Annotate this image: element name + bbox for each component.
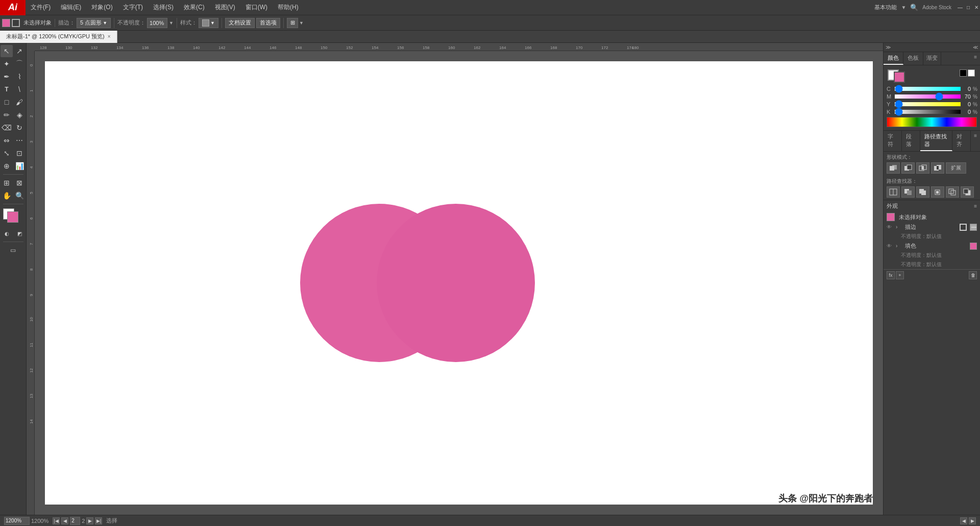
stroke-weight-input[interactable]: 5 点圆形 ▼ [77,18,111,28]
shaper-tool[interactable]: ◈ [13,109,26,121]
slice-tool[interactable]: ⊠ [13,177,26,189]
swatches-tab[interactable]: 色板 [903,52,923,65]
document-tab[interactable]: 未标题-1* @ 1200% (CMYK/GPU 预览) × [0,31,117,43]
selection-tool[interactable]: ↖ [1,45,13,57]
pen-tool[interactable]: ✒ [1,70,13,83]
k-slider[interactable] [895,110,961,114]
trim-btn[interactable] [901,186,915,198]
menu-file[interactable]: 文件(F) [26,0,56,15]
gradient-mode-btn[interactable]: ◩ [13,227,26,240]
merge-btn[interactable] [916,186,929,198]
line-tool[interactable]: \ [13,83,26,95]
chevron-stroke-icon[interactable]: › [896,224,903,230]
para-tab[interactable]: 段落 [902,131,920,151]
char-tab[interactable]: 字符 [884,131,902,151]
y-slider[interactable] [895,102,961,106]
opacity-input[interactable] [147,18,167,28]
eye-fill-icon[interactable]: 👁 [887,243,894,249]
arrange-button[interactable]: ⊞ [287,18,298,28]
chevron-fill-icon[interactable]: › [896,243,903,249]
c-slider[interactable] [895,87,961,91]
stroke-appearance-swatch[interactable] [960,224,967,231]
menu-text[interactable]: 文字(T) [118,0,148,15]
direct-selection-tool[interactable]: ↗ [13,45,26,57]
tab-close-button[interactable]: × [108,34,111,39]
fg-swatch[interactable] [894,71,905,83]
warp-tool[interactable]: ⋯ [13,134,26,147]
stroke-icon[interactable] [970,224,977,231]
menu-effect[interactable]: 效果(C) [179,0,210,15]
zoom-tool[interactable]: 🔍 [13,189,26,202]
free-transform-tool[interactable]: ⊡ [13,147,26,159]
style-dropdown[interactable]: ▼ [199,18,218,28]
opacity-dropdown-icon[interactable]: ▼ [169,20,174,26]
align-tab[interactable]: 对齐 [952,131,971,151]
divide-btn[interactable] [887,186,900,198]
menu-window[interactable]: 窗口(W) [240,0,273,15]
m-slider[interactable] [895,94,961,99]
minimize-button[interactable]: — [957,4,964,11]
maximize-button[interactable]: □ [965,4,972,11]
mirror-tool[interactable]: ⇔ [1,134,13,147]
pencil-tool[interactable]: ✏ [1,109,13,121]
minus-front-btn[interactable] [901,162,915,174]
first-page-btn[interactable]: |◀ [53,517,60,524]
lasso-tool[interactable]: ⌒ [13,58,26,70]
doc-setup-button[interactable]: 文档设置 [225,18,255,28]
workspace-dropdown-icon[interactable]: ▼ [901,5,906,10]
prev-page-btn[interactable]: ◀ [61,517,68,524]
black-swatch[interactable] [960,69,967,77]
exclude-btn[interactable] [931,162,944,174]
column-graph-tool[interactable]: 📊 [13,160,26,172]
arrange-dropdown-icon[interactable]: ▼ [299,20,304,26]
fill-appearance-swatch[interactable] [970,243,977,250]
color-spectrum[interactable] [887,117,977,127]
clear-appearance-btn[interactable]: 🗑 [969,271,977,279]
menu-edit[interactable]: 编辑(E) [56,0,86,15]
collapse-panels-icon[interactable]: ≪ [973,44,978,50]
page-input[interactable] [70,517,80,525]
menu-view[interactable]: 视图(V) [210,0,240,15]
paintbrush-tool[interactable]: 🖌 [13,96,26,108]
type-tool[interactable]: T [1,83,13,95]
preferences-button[interactable]: 首选项 [256,18,280,28]
next-page-btn[interactable]: ▶ [86,517,93,524]
status-right-arrow[interactable]: ▶ [969,517,976,524]
menu-help[interactable]: 帮助(H) [273,0,304,15]
color-tab[interactable]: 颜色 [884,52,903,65]
pathfinder-tab[interactable]: 路径查找器 [920,131,953,151]
pathfinder-menu[interactable]: ≡ [971,131,980,151]
style-dropdown-icon[interactable]: ▼ [210,20,215,26]
eraser-tool[interactable]: ⌫ [1,122,13,134]
menu-select[interactable]: 选择(S) [148,0,179,15]
hand-tool[interactable]: ✋ [1,189,13,202]
rect-tool[interactable]: □ [1,96,13,108]
artboard-tool[interactable]: ⊞ [1,177,13,189]
add-new-effect-btn[interactable]: fx [887,271,895,279]
crop-btn[interactable] [931,186,944,198]
close-button[interactable]: ✕ [973,4,980,11]
curvature-tool[interactable]: ⌇ [13,70,26,83]
unite-btn[interactable] [887,162,900,174]
gradient-tab[interactable]: 渐变 [923,52,941,65]
fg-color-swatch[interactable] [7,211,18,223]
eye-stroke-icon[interactable]: 👁 [887,224,894,230]
last-page-btn[interactable]: ▶| [95,517,102,524]
rotate-tool[interactable]: ↻ [13,122,26,134]
appearance-collapse-btn[interactable]: ≡ [974,203,977,209]
minus-back-btn[interactable] [961,186,974,198]
stroke-dropdown-icon[interactable]: ▼ [103,20,107,26]
stroke-color-swatch[interactable] [12,19,20,27]
fill-color-swatch[interactable] [2,19,10,27]
color-mode-btn[interactable]: ◐ [1,227,13,240]
change-screen-mode-btn[interactable]: ▭ [7,244,19,256]
search-icon[interactable]: 🔍 [910,4,918,11]
symbol-tool[interactable]: ⊕ [1,160,13,172]
intersect-btn[interactable] [916,162,929,174]
expand-panels-icon[interactable]: ≫ [886,44,891,50]
menu-object[interactable]: 对象(O) [86,0,117,15]
expand-btn[interactable]: 扩展 [946,162,966,174]
magic-wand-tool[interactable]: ✦ [1,58,13,70]
status-left-arrow[interactable]: ◀ [960,517,967,524]
color-panel-menu[interactable]: ≡ [971,52,980,65]
